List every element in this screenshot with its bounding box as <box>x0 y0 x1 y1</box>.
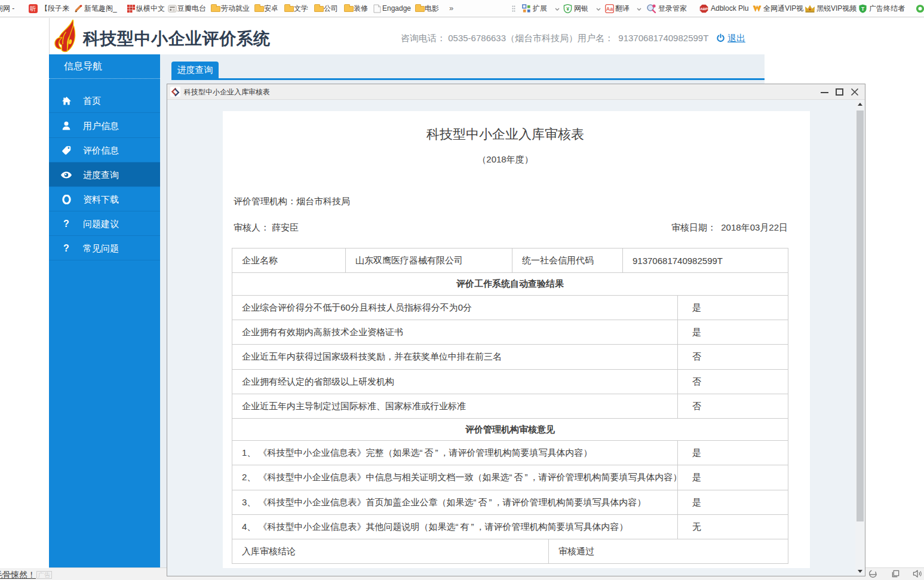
svg-text:ABP: ABP <box>700 7 708 11</box>
svg-text:¥: ¥ <box>566 6 569 12</box>
svg-text:T: T <box>861 6 865 12</box>
svg-text:Aa: Aa <box>606 6 613 12</box>
